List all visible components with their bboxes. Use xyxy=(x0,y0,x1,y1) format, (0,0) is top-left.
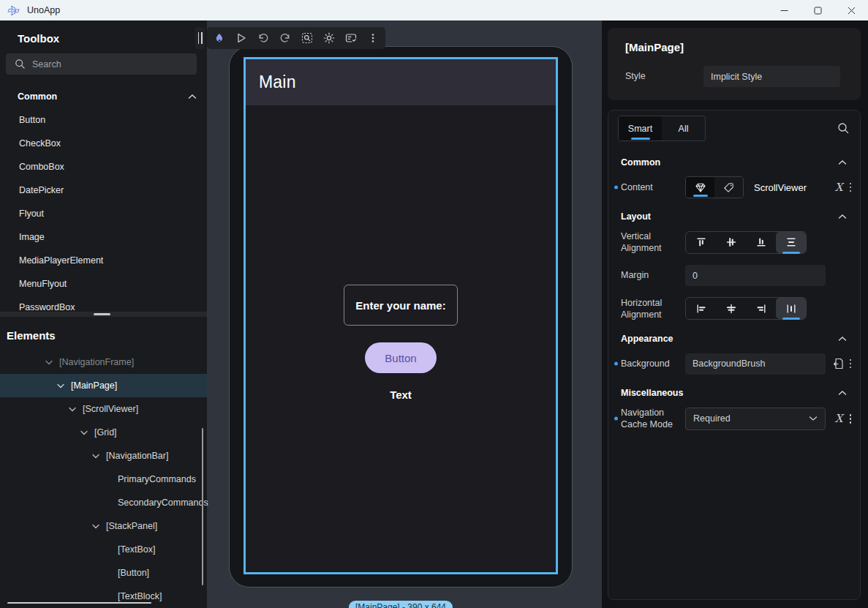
background-input[interactable]: BackgroundBrush xyxy=(685,353,826,375)
theme-sun-icon[interactable] xyxy=(318,27,340,49)
tree-item-secondarycommands[interactable]: SecondaryCommands xyxy=(0,491,207,514)
chevron-up-icon[interactable] xyxy=(838,214,847,219)
form-checklist-icon[interactable] xyxy=(340,27,362,49)
undo-icon[interactable] xyxy=(252,27,274,49)
elements-tree: [NavigationFrame] [MainPage] [ScrollView… xyxy=(0,350,207,608)
x-markup-icon[interactable]: X xyxy=(835,412,843,425)
section-layout[interactable]: Layout xyxy=(608,209,860,225)
toolbox-search-input[interactable]: Search xyxy=(6,53,197,75)
minimize-button[interactable] xyxy=(767,0,801,20)
design-canvas[interactable]: Main Enter your name: Button Text [MainP… xyxy=(207,20,602,608)
toolbox-item-flyout[interactable]: Flyout xyxy=(0,202,207,225)
preview-textbox[interactable]: Enter your name: xyxy=(344,285,458,326)
elements-hscrollbar[interactable] xyxy=(7,602,151,604)
stretch-vertical-icon[interactable] xyxy=(776,232,806,253)
modified-dot xyxy=(614,417,618,421)
tree-item-textblock[interactable]: [TextBlock] xyxy=(0,585,207,608)
tree-item-scrollviewer[interactable]: [ScrollViewer] xyxy=(0,397,207,421)
align-bottom-icon[interactable] xyxy=(746,232,776,253)
background-row: Background BackgroundBrush xyxy=(608,353,860,375)
maximize-button[interactable] xyxy=(801,0,834,20)
tree-item-label: [NavigationBar] xyxy=(106,451,168,461)
align-right-icon[interactable] xyxy=(746,298,776,319)
tree-item-stackpanel[interactable]: [StackPanel] xyxy=(0,514,207,538)
tree-item-label: [NavigationFrame] xyxy=(59,357,134,367)
tab-all[interactable]: All xyxy=(662,116,705,140)
tree-item-navigationframe[interactable]: [NavigationFrame] xyxy=(0,350,207,374)
more-menu-icon[interactable] xyxy=(850,414,852,424)
preview-button[interactable]: Button xyxy=(365,342,437,373)
margin-input[interactable]: 0 xyxy=(685,265,826,286)
toolbox-hscrollbar-thumb[interactable] xyxy=(94,313,110,315)
toolbox-item-datepicker[interactable]: DatePicker xyxy=(0,179,207,202)
toolbox-item-button[interactable]: Button xyxy=(0,108,207,132)
play-icon[interactable] xyxy=(230,27,252,49)
style-input[interactable]: Implicit Style xyxy=(703,66,840,87)
tree-item-textbox[interactable]: [TextBox] xyxy=(0,538,207,561)
tree-item-primarycommands[interactable]: PrimaryCommands xyxy=(0,468,207,491)
elements-vscrollbar[interactable] xyxy=(202,428,203,585)
chevron-down-icon xyxy=(809,416,818,421)
mainpage-preview[interactable]: Main Enter your name: Button Text xyxy=(244,57,558,574)
properties-search-icon[interactable] xyxy=(837,122,850,135)
chevron-down-icon[interactable] xyxy=(57,383,71,389)
chevron-up-icon[interactable] xyxy=(838,390,847,396)
preview-textblock[interactable]: Text xyxy=(246,389,556,401)
inspector-panel: [MainPage] Style Implicit Style Smart Al… xyxy=(602,20,868,608)
resource-page-icon[interactable] xyxy=(833,358,843,369)
content-property-row: Content ScrollViewer X xyxy=(608,176,860,198)
section-miscellaneous[interactable]: Miscellaneous xyxy=(608,385,860,401)
toolbox-hscrollbar[interactable] xyxy=(0,312,207,317)
content-label: Content xyxy=(621,181,685,193)
chevron-up-icon[interactable] xyxy=(838,159,847,165)
stretch-horizontal-icon[interactable] xyxy=(776,298,806,319)
toolbox-item-combobox[interactable]: ComboBox xyxy=(0,155,207,179)
navigation-cache-mode-select[interactable]: Required xyxy=(685,408,826,430)
align-center-vertical-icon[interactable] xyxy=(716,232,746,253)
redo-icon[interactable] xyxy=(274,27,296,49)
tree-item-grid[interactable]: [Grid] xyxy=(0,421,207,444)
inspect-region-icon[interactable] xyxy=(296,27,318,49)
vertical-alignment-label: Vertical Alignment xyxy=(621,230,685,255)
align-top-icon[interactable] xyxy=(686,232,716,253)
chevron-up-icon[interactable] xyxy=(838,336,847,342)
toolbar-drag-handle-icon[interactable] xyxy=(195,27,205,49)
vertical-alignment-control xyxy=(685,231,807,254)
horizontal-alignment-control xyxy=(685,297,807,320)
chevron-down-icon[interactable] xyxy=(45,360,59,365)
more-menu-icon[interactable] xyxy=(850,183,852,192)
toolbox-item-image[interactable]: Image xyxy=(0,225,207,249)
align-left-icon[interactable] xyxy=(686,298,716,319)
toolbox-item-checkbox[interactable]: CheckBox xyxy=(0,132,207,155)
chevron-down-icon[interactable] xyxy=(69,407,83,412)
more-menu-icon[interactable] xyxy=(850,359,852,369)
toolbox-section-common[interactable]: Common xyxy=(18,90,197,103)
gem-resource-icon[interactable] xyxy=(686,177,714,198)
section-title: Appearance xyxy=(621,334,673,344)
tree-item-button[interactable]: [Button] xyxy=(0,561,207,585)
inspector-header-card: [MainPage] Style Implicit Style xyxy=(608,28,861,100)
page-body[interactable]: Enter your name: Button Text xyxy=(246,105,556,574)
margin-label: Margin xyxy=(621,269,685,281)
tree-item-label: [ScrollViewer] xyxy=(83,404,138,414)
more-menu-icon[interactable] xyxy=(362,27,384,49)
chevron-down-icon[interactable] xyxy=(92,454,106,459)
chevron-up-icon[interactable] xyxy=(188,94,197,100)
navigation-bar-preview[interactable]: Main xyxy=(246,59,556,105)
section-title: Common xyxy=(621,157,660,168)
section-appearance[interactable]: Appearance xyxy=(608,331,860,347)
chevron-down-icon[interactable] xyxy=(80,430,94,435)
hot-reload-flame-icon[interactable] xyxy=(208,27,230,49)
tree-item-navigationbar[interactable]: [NavigationBar] xyxy=(0,444,207,468)
toolbox-item-menuflyout[interactable]: MenuFlyout xyxy=(0,272,207,296)
tree-item-mainpage[interactable]: [MainPage] xyxy=(0,374,207,397)
align-center-horizontal-icon[interactable] xyxy=(716,298,746,319)
section-common[interactable]: Common xyxy=(608,154,860,170)
tag-icon[interactable] xyxy=(714,177,743,198)
x-markup-icon[interactable]: X xyxy=(835,181,843,194)
tab-smart[interactable]: Smart xyxy=(619,116,662,140)
close-button[interactable] xyxy=(834,0,868,20)
navigation-cache-mode-label: Navigation Cache Mode xyxy=(621,407,685,431)
toolbox-item-mediaplayerelement[interactable]: MediaPlayerElement xyxy=(0,249,207,272)
chevron-down-icon[interactable] xyxy=(92,524,106,529)
